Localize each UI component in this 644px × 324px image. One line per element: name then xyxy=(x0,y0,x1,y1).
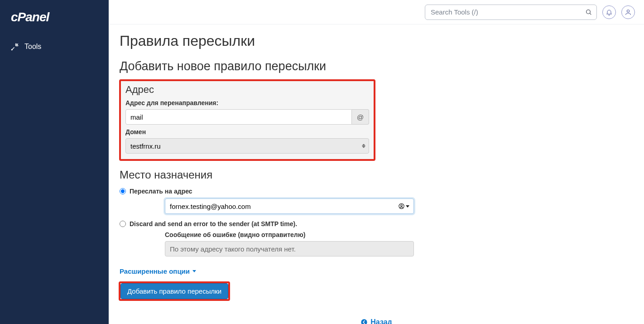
topbar xyxy=(109,0,644,24)
address-heading: Адрес xyxy=(125,80,369,96)
svg-line-3 xyxy=(590,13,591,15)
svg-text:cPanel: cPanel xyxy=(11,11,50,24)
forward-email-input[interactable] xyxy=(165,198,414,214)
sidebar-item-tools[interactable]: Tools xyxy=(0,37,109,56)
search-icon[interactable] xyxy=(584,8,593,17)
brand-logo[interactable]: cPanel xyxy=(0,0,109,33)
user-button[interactable] xyxy=(621,5,635,19)
svg-point-2 xyxy=(586,10,591,14)
radio-discard-label: Discard and send an error to the sender … xyxy=(130,220,297,227)
at-addon: @ xyxy=(352,109,369,125)
sidebar: cPanel Tools xyxy=(0,0,109,324)
search-wrap xyxy=(425,5,597,20)
error-message-input: По этому адресу такого получателя нет. xyxy=(165,241,414,256)
domain-label: Домен xyxy=(125,128,369,135)
back-link[interactable]: Назад xyxy=(360,318,392,324)
page-title: Правила пересылки xyxy=(120,33,633,49)
notifications-button[interactable] xyxy=(602,5,616,19)
radio-forward[interactable] xyxy=(120,188,126,194)
svg-point-1 xyxy=(11,49,12,50)
error-message-label: Сообщение об ошибке (видно отправителю) xyxy=(165,231,532,238)
tools-icon xyxy=(11,43,19,51)
bell-icon xyxy=(606,9,613,16)
destination-heading: Место назначения xyxy=(120,169,532,181)
search-input[interactable] xyxy=(425,5,597,20)
user-icon xyxy=(625,9,632,16)
radio-forward-label: Переслать на адрес xyxy=(130,188,192,195)
svg-point-4 xyxy=(627,10,629,12)
submit-button[interactable]: Добавить правило пересылки xyxy=(120,283,228,299)
svg-point-6 xyxy=(401,205,403,207)
advanced-options-toggle[interactable]: Расширенные опции xyxy=(120,267,196,275)
sidebar-item-label: Tools xyxy=(24,43,41,51)
back-icon xyxy=(360,319,368,324)
address-box: Адрес Адрес для перенаправления: @ Домен… xyxy=(120,80,375,160)
radio-discard[interactable] xyxy=(120,221,126,227)
forward-address-input[interactable] xyxy=(125,109,352,125)
chevron-down-icon xyxy=(192,270,196,272)
forward-address-label: Адрес для перенаправления: xyxy=(125,99,369,106)
section-title: Добавить новое правило пересылки xyxy=(120,59,633,73)
domain-select[interactable]: testfrnx.ru xyxy=(125,138,369,154)
contact-picker-icon[interactable] xyxy=(398,203,409,210)
